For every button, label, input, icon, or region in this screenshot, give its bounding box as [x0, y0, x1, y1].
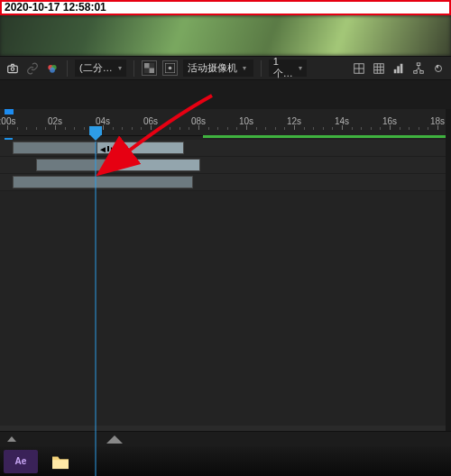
- grid-icon[interactable]: [372, 61, 386, 76]
- link-icon[interactable]: [25, 61, 40, 76]
- panel-gap: [0, 80, 451, 109]
- svg-rect-11: [374, 63, 384, 73]
- playhead-handle[interactable]: [89, 126, 102, 135]
- layer-clip[interactable]: [36, 159, 113, 171]
- tracks-area[interactable]: ◄►: [0, 140, 451, 431]
- svg-rect-0: [8, 66, 18, 73]
- chart-icon[interactable]: [391, 61, 406, 76]
- playhead-line: [96, 142, 97, 476]
- zoom-in-icon[interactable]: [106, 435, 123, 444]
- work-area-start-marker[interactable]: [5, 109, 14, 114]
- time-ruler[interactable]: :00s02s04s06s08s10s12s14s16s18s: [0, 109, 451, 136]
- taskbar-aftereffects-icon[interactable]: Ae: [4, 450, 38, 473]
- color-mgmt-icon[interactable]: [45, 61, 60, 76]
- taskbar-file-explorer-icon[interactable]: [43, 450, 78, 473]
- ruler-label: 18s: [430, 116, 445, 126]
- playhead[interactable]: [87, 126, 104, 135]
- svg-rect-14: [400, 63, 403, 73]
- track-row[interactable]: [0, 157, 451, 174]
- os-taskbar: Ae: [0, 446, 451, 476]
- empty-tracks: [0, 191, 451, 426]
- camera-select[interactable]: 活动摄像机▾: [183, 60, 253, 77]
- ruler-label: 14s: [335, 116, 349, 126]
- svg-rect-7: [149, 69, 154, 74]
- view-count-select[interactable]: 1 个…▾: [269, 60, 307, 77]
- flowchart-icon[interactable]: [411, 61, 426, 76]
- layer-clip[interactable]: [13, 142, 97, 154]
- layer-clip[interactable]: [13, 176, 193, 188]
- vertical-scrollbar[interactable]: [446, 109, 451, 431]
- track-row[interactable]: [0, 140, 451, 157]
- snapshot-icon[interactable]: [5, 61, 20, 76]
- svg-rect-17: [420, 70, 424, 73]
- timeline-panel: :00s02s04s06s08s10s12s14s16s18s ◄►: [0, 109, 451, 431]
- svg-rect-16: [414, 70, 418, 73]
- svg-rect-15: [417, 62, 420, 65]
- ruler-label: 08s: [191, 116, 206, 126]
- svg-point-1: [11, 67, 14, 70]
- svg-rect-12: [394, 69, 397, 72]
- cached-preview-bar: [203, 135, 451, 138]
- svg-point-9: [168, 67, 171, 70]
- svg-rect-13: [397, 66, 400, 73]
- horizontal-resize-cursor-icon: ◄►: [99, 142, 117, 155]
- svg-rect-19: [52, 460, 69, 469]
- ruler-label: :00s: [0, 116, 15, 126]
- guides-icon[interactable]: [352, 61, 366, 76]
- viewer-toolbar: (二分…▾ 活动摄像机▾ 1 个…▾: [0, 56, 451, 80]
- svg-point-4: [50, 67, 55, 72]
- timestamp-text: 2020-10-17 12:58:01: [5, 1, 106, 14]
- exposure-icon[interactable]: [431, 61, 446, 76]
- ruler-label: 10s: [239, 116, 253, 126]
- transparency-grid-button[interactable]: [142, 60, 157, 76]
- ruler-label: 04s: [96, 116, 110, 126]
- mask-visibility-button[interactable]: [162, 60, 178, 76]
- ruler-label: 12s: [287, 116, 301, 126]
- track-row[interactable]: [0, 174, 451, 191]
- timestamp-bar: 2020-10-17 12:58:01: [0, 0, 451, 15]
- svg-rect-6: [144, 63, 150, 69]
- ruler-label: 02s: [48, 116, 62, 126]
- preview-pane: [0, 15, 451, 56]
- zoom-slider-bar[interactable]: [0, 431, 451, 446]
- layer-clip[interactable]: [113, 159, 200, 171]
- zoom-out-icon[interactable]: [7, 436, 16, 442]
- ruler-label: 06s: [143, 116, 158, 126]
- resolution-select[interactable]: (二分…▾: [75, 60, 126, 77]
- ruler-label: 16s: [382, 116, 397, 126]
- svg-point-18: [436, 65, 442, 71]
